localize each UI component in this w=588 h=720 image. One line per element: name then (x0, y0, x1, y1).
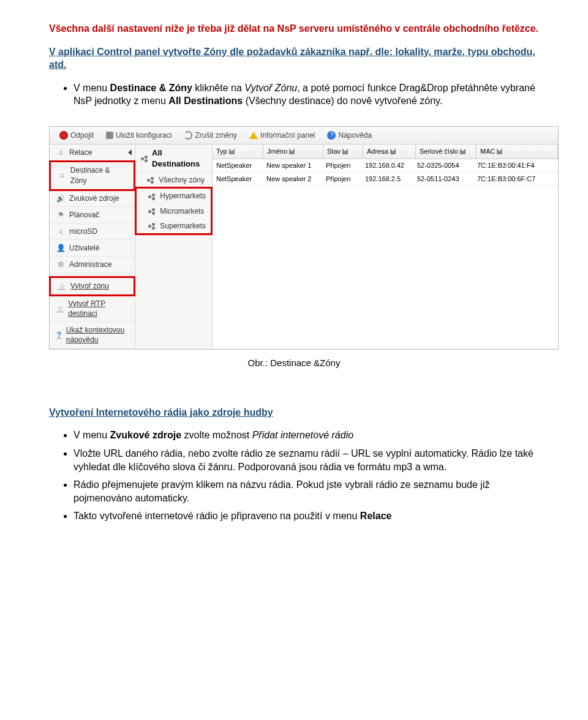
figure-caption: Obr.: Destinace &Zóny (49, 357, 539, 369)
instruction-item: Takto vytvořené internetové rádio je při… (74, 509, 539, 523)
destinations-grid: Typ Jméno Stav Adresa Seriové číslo MAC … (213, 144, 558, 348)
star-icon (57, 281, 67, 291)
filter-icon[interactable] (460, 149, 466, 154)
sidebar-action-create-rtp[interactable]: Vytvoř RTP destinaci (50, 296, 135, 322)
zone-icon (146, 176, 155, 184)
question-icon (56, 330, 62, 340)
col-header-adresa[interactable]: Adresa (363, 144, 416, 159)
zone-item-micromarkets[interactable]: Micromarkets (137, 204, 211, 219)
highlight-dest-zones: Destinace & Zóny (49, 160, 135, 190)
sidebar-item-sources[interactable]: Zvukové zdroje (50, 190, 135, 207)
revert-button[interactable]: Zrušit změny (179, 129, 242, 141)
table-row[interactable]: NetSpeaker New speaker 2 Připojen 192.16… (213, 173, 558, 186)
col-header-mac[interactable]: MAC (477, 144, 558, 159)
instructions-list-1: V menu Destinace & Zóny klikněte na Vytv… (49, 81, 539, 108)
col-header-jmeno[interactable]: Jméno (263, 144, 323, 159)
grid-header: Typ Jméno Stav Adresa Seriové číslo MAC (213, 144, 558, 159)
zone-icon (148, 207, 156, 216)
zone-item-supermarkets[interactable]: Supermarkets (137, 219, 211, 233)
sidebar-item-scheduler[interactable]: Plánovač (50, 207, 135, 223)
col-header-seriove[interactable]: Seriové číslo (416, 144, 477, 159)
user-icon (56, 243, 66, 253)
zones-panel: All Destinations Všechny zóny Hypermarke… (135, 144, 213, 348)
flag-icon (56, 210, 66, 220)
zone-item-hypermarkets[interactable]: Hypermarkets (137, 189, 211, 203)
table-row[interactable]: NetSpeaker New speaker 1 Připojen 192.16… (213, 159, 558, 173)
sidebar-item-microsd[interactable]: microSD (50, 223, 135, 240)
highlight-custom-zones: Hypermarkets Micromarkets Supermarkets (135, 187, 213, 235)
music-icon (56, 227, 66, 236)
app-screenshot: Odpojit Uložit konfiguraci Zrušit změny … (49, 126, 559, 350)
help-button[interactable]: ? Nápověda (322, 129, 377, 141)
logout-button[interactable]: Odpojit (55, 129, 99, 141)
highlight-create-zone: Vytvoř zónu (49, 276, 135, 296)
revert-icon (184, 131, 192, 140)
sidebar: Relace Destinace & Zóny Zvukové zdroje P… (50, 144, 135, 348)
speaker-icon (56, 193, 66, 203)
logout-icon (59, 131, 68, 140)
help-icon: ? (327, 131, 336, 140)
star-icon (56, 304, 64, 313)
zones-title: All Destinations (135, 144, 212, 173)
col-header-stav[interactable]: Stav (323, 144, 363, 159)
music-icon (57, 170, 67, 180)
filter-icon[interactable] (229, 149, 235, 154)
sidebar-action-context-help[interactable]: Ukaž kontextovou nápovědu (50, 322, 135, 348)
zone-item-all[interactable]: Všechny zóny (135, 173, 212, 187)
sidebar-item-users[interactable]: Uživatelé (50, 240, 135, 257)
info-panel-button[interactable]: Informační panel (244, 129, 320, 141)
instruction-item: Vložte URL daného rádia, nebo zvolte rád… (74, 447, 539, 473)
filter-icon[interactable] (342, 149, 348, 154)
instruction-item: V menu Zvukové zdroje zvolte možnost Při… (74, 429, 539, 442)
filter-icon[interactable] (390, 149, 396, 154)
zone-icon (148, 222, 156, 230)
instruction-item-1: V menu Destinace & Zóny klikněte na Vytv… (74, 81, 539, 108)
col-header-typ[interactable]: Typ (213, 144, 263, 159)
collapse-arrow-icon[interactable] (128, 149, 132, 156)
zones-icon (140, 154, 148, 163)
heading-internet-radio: Vytvoření Internetového rádia jako zdroj… (49, 406, 539, 419)
zone-icon (148, 192, 156, 201)
sidebar-item-dest-zones[interactable]: Destinace & Zóny (51, 162, 134, 189)
sidebar-item-administration[interactable]: Administrace (50, 257, 135, 273)
paragraph-alert-settings: Všechna další nastavení níže je třeba ji… (49, 22, 539, 36)
instructions-list-2: V menu Zvukové zdroje zvolte možnost Při… (49, 429, 539, 523)
save-icon (106, 132, 113, 139)
music-icon (56, 148, 66, 157)
filter-icon[interactable] (289, 149, 295, 154)
warning-icon (249, 132, 258, 139)
sidebar-action-create-zone[interactable]: Vytvoř zónu (51, 278, 134, 294)
instruction-item: Rádio přejmenujete pravým klikem na názv… (74, 478, 539, 504)
save-config-button[interactable]: Uložit konfiguraci (101, 129, 176, 141)
app-toolbar: Odpojit Uložit konfiguraci Zrušit změny … (50, 127, 558, 144)
paragraph-create-zones: V aplikaci Control panel vytvořte Zóny d… (49, 45, 539, 72)
gear-icon (56, 260, 66, 269)
filter-icon[interactable] (497, 149, 502, 154)
sidebar-item-sessions[interactable]: Relace (50, 144, 135, 161)
